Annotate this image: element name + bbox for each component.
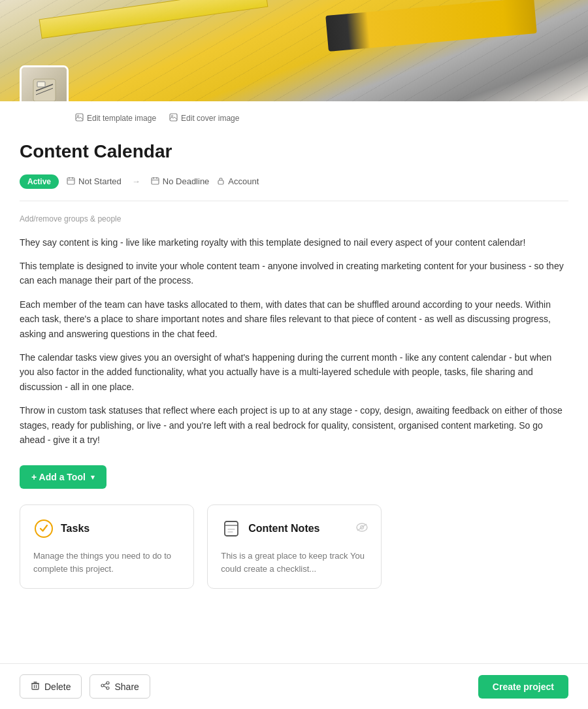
svg-rect-16: [218, 180, 223, 184]
create-project-label: Create project: [493, 682, 554, 692]
cover-icon: [169, 113, 178, 122]
start-status-label: Not Started: [78, 176, 122, 186]
eye-slash-icon[interactable]: [356, 523, 368, 535]
svg-rect-12: [152, 178, 159, 184]
svg-rect-8: [67, 178, 74, 184]
template-image-icon: [75, 113, 84, 122]
svg-rect-22: [32, 684, 39, 689]
lock-icon: [217, 176, 225, 187]
start-status-item[interactable]: Not Started: [67, 176, 122, 187]
svg-point-7: [171, 115, 172, 116]
notes-card-title: Content Notes: [248, 523, 319, 535]
tool-cards-container: Tasks Manage the things you need to do t…: [20, 504, 568, 589]
svg-line-31: [104, 686, 106, 687]
add-tool-label: + Add a Tool: [31, 472, 86, 482]
create-project-button[interactable]: Create project: [478, 675, 568, 699]
deadline-label: No Deadline: [163, 176, 210, 186]
tasks-card-header: Tasks: [33, 518, 180, 539]
share-button[interactable]: Share: [90, 674, 150, 699]
share-label: Share: [114, 682, 139, 692]
notes-icon: [221, 518, 242, 539]
tasks-card-title: Tasks: [61, 523, 90, 535]
groups-label[interactable]: Add/remove groups & people: [20, 214, 568, 223]
add-tool-button[interactable]: + Add a Tool ▾: [20, 465, 106, 489]
cover-ruler-decoration: [39, 0, 269, 39]
image-icon: [75, 113, 84, 124]
status-badge[interactable]: Active: [20, 174, 59, 189]
status-bar: Active Not Started →: [20, 174, 568, 201]
footer: Delete Share Create project: [0, 663, 588, 709]
svg-point-29: [101, 684, 104, 687]
notes-card-header: Content Notes: [221, 518, 368, 539]
svg-rect-4: [76, 114, 83, 121]
tasks-card-description: Manage the things you need to do to comp…: [33, 550, 180, 575]
avatar-icon: [32, 78, 57, 102]
description-para-2: This template is designed to invite your…: [20, 259, 568, 288]
svg-rect-18: [225, 521, 238, 536]
content-notes-tool-card[interactable]: Content Notes This is a great place to k…: [207, 504, 382, 589]
trash-icon: [31, 681, 40, 692]
edit-links-bar: Edit template image Edit cover image: [0, 107, 588, 130]
description-para-3: Each member of the team can have tasks a…: [20, 297, 568, 341]
calendar-start-icon: [67, 176, 75, 187]
svg-rect-6: [170, 114, 177, 121]
edit-template-image-link[interactable]: Edit template image: [75, 113, 156, 124]
description-para-1: They say content is king - live like mar…: [20, 235, 568, 250]
edit-cover-image-link[interactable]: Edit cover image: [169, 113, 239, 124]
delete-label: Delete: [44, 682, 71, 692]
svg-line-30: [104, 684, 106, 685]
description-para-5: Throw in custom task statuses that refle…: [20, 403, 568, 447]
cover-image: [0, 0, 588, 101]
cover-image-icon: [169, 113, 178, 124]
cover-image-inner: [0, 0, 588, 101]
tasks-tool-card[interactable]: Tasks Manage the things you need to do t…: [20, 504, 194, 589]
svg-point-27: [106, 682, 109, 684]
footer-left-actions: Delete Share: [20, 674, 150, 699]
share-icon: [101, 681, 110, 692]
delete-button[interactable]: Delete: [20, 674, 82, 699]
template-avatar[interactable]: [20, 65, 69, 101]
main-content: Content Calendar Active Not Started →: [0, 130, 588, 663]
page-container: Edit template image Edit cover image Con…: [0, 0, 588, 709]
account-item[interactable]: Account: [217, 176, 259, 187]
svg-point-28: [106, 687, 109, 689]
arrow-separator: →: [132, 176, 140, 186]
svg-line-21: [357, 524, 367, 531]
notes-card-description: This is a great place to keep track You …: [221, 550, 368, 575]
svg-rect-3: [37, 82, 45, 87]
account-label: Account: [228, 176, 259, 186]
calendar-deadline-icon: [151, 176, 159, 187]
edit-cover-image-label: Edit cover image: [181, 114, 239, 123]
description-section: They say content is king - live like mar…: [20, 235, 568, 448]
svg-point-5: [77, 115, 78, 116]
chevron-down-icon: ▾: [91, 473, 95, 482]
deadline-item[interactable]: No Deadline: [151, 176, 210, 187]
page-title: Content Calendar: [20, 140, 568, 163]
avatar-inner: [22, 67, 67, 101]
cover-marker-decoration: [325, 0, 537, 52]
description-para-4: The calendar tasks view gives you an ove…: [20, 350, 568, 394]
edit-template-image-label: Edit template image: [87, 114, 156, 123]
tasks-icon: [33, 518, 54, 539]
